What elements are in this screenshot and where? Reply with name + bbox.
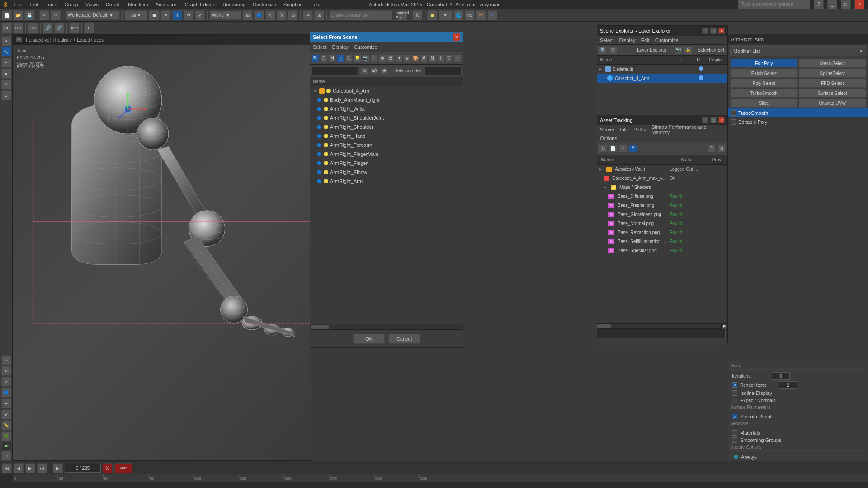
panel-minimize-btn[interactable]: _ xyxy=(702,28,708,34)
se-find-btn[interactable]: 🔍 xyxy=(599,46,607,54)
render-type-btn[interactable]: ▼ xyxy=(439,10,452,20)
se-filter-btn[interactable]: ▽ xyxy=(609,46,617,54)
d-paint-btn[interactable]: 🎨 xyxy=(412,54,419,62)
render-btn[interactable]: ◼ xyxy=(427,10,437,20)
tree-root[interactable]: ▼ Careobot_4_Arm xyxy=(310,86,463,95)
at-row-vault[interactable]: ▶ Autodesk Vault Logged Out ... xyxy=(597,165,727,174)
stack-item-turbosmooth[interactable]: TurboSmooth xyxy=(728,108,868,117)
unlink-btn[interactable]: 🔗 xyxy=(54,23,64,33)
redo-btn[interactable]: ↪ xyxy=(51,10,61,20)
sel-set-input[interactable] xyxy=(425,67,461,75)
se-row-default[interactable]: ▶ 0 (default) xyxy=(597,65,727,74)
tl-play-btn[interactable]: ⏮ xyxy=(2,463,12,473)
d-geo-btn[interactable]: △ xyxy=(337,54,344,62)
tree-item-7[interactable]: 🔵 ArmRight_Finger xyxy=(310,159,463,168)
d-all-btn[interactable]: A xyxy=(420,54,428,62)
se-row-arm[interactable]: Careobot_4_Arm xyxy=(597,74,727,83)
dialog-case-btn[interactable]: aA xyxy=(371,67,378,75)
save-btn[interactable]: 💾 xyxy=(24,10,34,20)
menu-edit[interactable]: Edit xyxy=(30,2,38,7)
bone-btn[interactable]: Bone xyxy=(69,23,79,33)
at-settings-btn[interactable]: ⚙ xyxy=(717,145,726,153)
modify-btn[interactable]: 🔧 xyxy=(1,47,11,57)
ts-materials-checkbox[interactable] xyxy=(732,430,737,436)
viewport-nav-plus[interactable]: + xyxy=(16,37,22,42)
ts-smooth-checkbox[interactable] xyxy=(732,414,737,419)
cancel-button[interactable]: Cancel xyxy=(388,334,420,344)
d-filter2-btn[interactable]: ▽ xyxy=(445,54,453,62)
kbd-shortcut-btn[interactable]: K xyxy=(412,10,422,20)
tree-item-8[interactable]: 🔵 ArmRight_Elbow xyxy=(310,168,463,177)
menu-group[interactable]: Group xyxy=(64,2,78,7)
display-btn[interactable]: 👁 xyxy=(1,80,11,89)
move-btn[interactable]: ✛ xyxy=(172,10,182,20)
menu-rendering[interactable]: Rendering xyxy=(222,2,245,7)
d-space-btn[interactable]: ⊕ xyxy=(379,54,386,62)
dialog-close-btn[interactable]: ✕ xyxy=(453,33,460,41)
rotate-mode-btn[interactable]: ↻ xyxy=(1,366,11,376)
d-helper-btn[interactable]: + xyxy=(370,54,377,62)
ep-checkbox-icon[interactable] xyxy=(731,119,736,125)
measure-btn[interactable]: 📏 xyxy=(1,420,11,430)
rotate-btn[interactable]: ↻ xyxy=(184,10,193,20)
d-none-btn[interactable]: N xyxy=(429,54,436,62)
menu-modifiers[interactable]: Modifiers xyxy=(128,2,148,7)
at-help-btn[interactable]: ? xyxy=(708,145,716,153)
root-expand-icon[interactable]: ▼ xyxy=(313,89,317,93)
tl-next-btn[interactable]: ▶ xyxy=(25,463,35,473)
tl-auto-btn[interactable]: Auto xyxy=(114,463,132,473)
select-mode-btn[interactable]: ✦ xyxy=(1,399,11,408)
at-row-diffuse[interactable]: M Base_Diffuse.png Found xyxy=(597,192,727,201)
app-icon[interactable]: 3 xyxy=(4,1,7,8)
link-btn[interactable]: 🔗 xyxy=(43,23,53,33)
schematic-btn[interactable]: SV xyxy=(28,23,38,33)
ts-checkbox-icon[interactable] xyxy=(731,110,736,116)
tree-item-2[interactable]: 🔵 ArmRight_ShoulderJoint xyxy=(310,113,463,122)
ts-explicit-checkbox[interactable] xyxy=(732,398,737,403)
at-expand-maps[interactable]: ▶ xyxy=(604,185,609,189)
tree-item-0[interactable]: 🔵 Body_ArmMount_right xyxy=(310,95,463,104)
se-cam-btn[interactable]: 📷 xyxy=(674,46,682,54)
at-row-maps[interactable]: ▶ 📁 Maps / Shaders xyxy=(597,183,727,192)
ts-iterations-input[interactable] xyxy=(772,372,790,380)
world-dropdown[interactable]: World ▼ xyxy=(210,11,241,20)
at-restore-btn[interactable]: □ xyxy=(710,117,717,123)
tl-playanim-btn[interactable]: ▶ xyxy=(53,463,63,473)
scene-explorer-titlebar[interactable]: Scene Explorer - Layer Explorer _ □ ✕ xyxy=(597,26,727,36)
undo-btn[interactable]: ↩ xyxy=(39,10,49,20)
at-grid-btn[interactable]: # xyxy=(629,145,637,153)
dialog-menu-display[interactable]: Display xyxy=(332,44,349,50)
ok-button[interactable]: OK xyxy=(353,334,385,344)
at-row-normal[interactable]: M Base_Normal.png Found xyxy=(597,219,727,228)
paint-btn[interactable]: 🖌 xyxy=(1,409,11,419)
menu-customize[interactable]: Customize xyxy=(253,2,276,7)
menu-graph[interactable]: Graph Editors xyxy=(185,2,216,7)
at-minimize-btn[interactable]: _ xyxy=(702,117,708,123)
viewport-header[interactable]: + [Perspective] [Realistic + Edged Faces… xyxy=(13,35,311,45)
menu-views[interactable]: Views xyxy=(85,2,99,7)
at-scroll-right-btn[interactable]: ▶ xyxy=(721,324,727,329)
material-editor-btn[interactable]: M xyxy=(476,10,486,20)
array-btn[interactable]: ⊞ xyxy=(314,10,324,20)
ts-isoline-checkbox[interactable] xyxy=(732,390,737,396)
tree-item-4[interactable]: 🔵 ArmRight_Hand xyxy=(310,131,463,141)
scale-mode-btn[interactable]: ⤢ xyxy=(1,377,11,387)
workspace-dropdown[interactable]: Workspace: Default ▼ xyxy=(66,11,120,20)
d-find-btn[interactable]: 🔍 xyxy=(312,54,319,62)
search-btn[interactable]: Type a keyword or phrase xyxy=(738,0,810,9)
at-menu-options[interactable]: Options xyxy=(600,136,617,141)
at-menu-paths[interactable]: Paths xyxy=(633,127,646,132)
envir-btn[interactable]: 🌐 xyxy=(453,10,463,20)
angle-snap-btn[interactable]: ⟲ xyxy=(265,10,275,20)
timeline-ruler[interactable]: 0 25 50 75 100 125 150 175 200 225 xyxy=(13,474,868,482)
scale-btn[interactable]: ⤢ xyxy=(195,10,205,20)
at-row-glossiness[interactable]: M Base_Glossiness.png Found xyxy=(597,210,727,219)
mesh-select-btn[interactable]: Mesh Select xyxy=(799,59,867,68)
menu-animation[interactable]: Animation xyxy=(156,2,178,7)
dialog-menu-customize[interactable]: Customize xyxy=(354,44,377,50)
ts-always-radio[interactable] xyxy=(734,455,738,459)
tree-item-6[interactable]: 🔵 ArmRight_FingerMain xyxy=(310,150,463,159)
d-cam-btn[interactable]: 📷 xyxy=(362,54,369,62)
percent-snap-btn[interactable]: % xyxy=(277,10,287,20)
d-filter-btn[interactable]: ⬡ xyxy=(320,54,327,62)
